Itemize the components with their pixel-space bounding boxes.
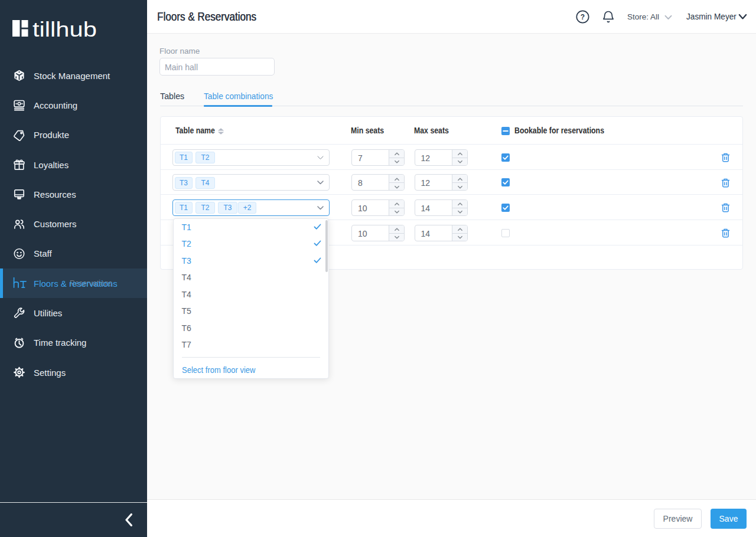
- svg-text:?: ?: [581, 13, 585, 21]
